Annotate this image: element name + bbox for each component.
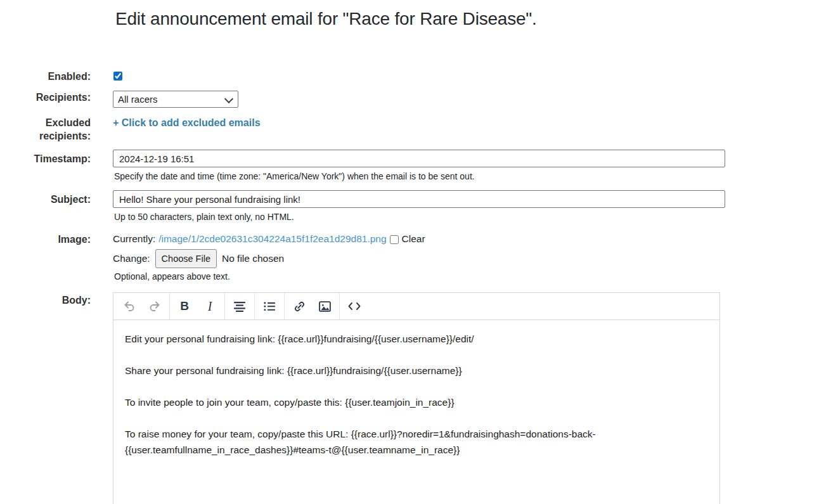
body-paragraph: Edit your personal fundraising link: {{r… bbox=[125, 331, 708, 347]
redo-button[interactable] bbox=[142, 296, 167, 316]
italic-button[interactable]: I bbox=[197, 296, 223, 316]
recipients-row: Recipients: All racers bbox=[0, 91, 826, 108]
body-paragraph: To invite people to join your team, copy… bbox=[125, 394, 708, 410]
image-label: Image: bbox=[0, 232, 91, 246]
enabled-row: Enabled: bbox=[0, 70, 826, 83]
choose-file-button[interactable]: Choose File bbox=[155, 249, 217, 268]
excluded-recipients-row: Excluded recipients: + Click to add excl… bbox=[0, 116, 826, 143]
timestamp-input[interactable] bbox=[113, 150, 725, 167]
image-icon bbox=[318, 300, 332, 313]
bold-button[interactable]: B bbox=[172, 296, 197, 316]
change-label: Change: bbox=[113, 252, 150, 266]
subject-help-text: Up to 50 characters, plain text only, no… bbox=[113, 211, 725, 223]
body-row: Body: bbox=[0, 292, 826, 504]
image-current-line: Currently: /image/1/2cde02631c304224a15f… bbox=[113, 232, 425, 246]
image-help-text: Optional, appears above text. bbox=[113, 271, 425, 282]
clear-image-checkbox[interactable] bbox=[390, 235, 399, 244]
code-view-button[interactable] bbox=[342, 296, 367, 316]
rich-text-editor: B I bbox=[113, 292, 720, 504]
link-icon bbox=[293, 300, 306, 313]
current-image-link[interactable]: /image/1/2cde02631c304224a15f1f2ea1d29d8… bbox=[158, 232, 386, 246]
subject-input[interactable] bbox=[113, 190, 725, 208]
body-label: Body: bbox=[0, 292, 91, 307]
no-file-chosen-text: No file chosen bbox=[222, 252, 284, 266]
add-excluded-emails-link[interactable]: + Click to add excluded emails bbox=[113, 116, 261, 129]
insert-link-button[interactable] bbox=[287, 296, 312, 316]
align-center-icon bbox=[233, 300, 246, 313]
subject-row: Subject: Up to 50 characters, plain text… bbox=[0, 190, 826, 223]
code-icon bbox=[347, 300, 361, 313]
editor-toolbar: B I bbox=[113, 293, 720, 320]
bullet-list-button[interactable] bbox=[257, 296, 282, 316]
recipients-select[interactable]: All racers bbox=[113, 91, 238, 108]
redo-icon bbox=[148, 300, 161, 313]
clear-label: Clear bbox=[402, 232, 425, 246]
undo-icon bbox=[123, 300, 136, 313]
currently-label: Currently: bbox=[113, 232, 155, 246]
bullet-list-icon bbox=[263, 300, 276, 313]
enabled-checkbox[interactable] bbox=[113, 72, 122, 81]
recipients-label: Recipients: bbox=[0, 91, 91, 104]
timestamp-label: Timestamp: bbox=[0, 150, 91, 165]
image-change-line: Change: Choose File No file chosen bbox=[113, 249, 425, 268]
excluded-recipients-label: Excluded recipients: bbox=[0, 116, 91, 143]
body-editor-content[interactable]: Edit your personal fundraising link: {{r… bbox=[113, 331, 720, 458]
image-row: Image: Currently: /image/1/2cde02631c304… bbox=[0, 232, 826, 282]
announcement-email-form: Enabled: Recipients: All racers Excluded… bbox=[0, 70, 826, 504]
italic-icon: I bbox=[208, 299, 212, 314]
align-center-button[interactable] bbox=[227, 296, 252, 316]
page-title: Edit announcement email for "Race for Ra… bbox=[115, 9, 826, 29]
timestamp-row: Timestamp: Specify the date and time (ti… bbox=[0, 150, 826, 182]
body-paragraph: To raise money for your team, copy/paste… bbox=[125, 426, 708, 458]
insert-image-button[interactable] bbox=[312, 296, 337, 316]
undo-button[interactable] bbox=[117, 296, 142, 316]
bold-icon: B bbox=[180, 299, 189, 313]
enabled-label: Enabled: bbox=[0, 70, 91, 83]
subject-label: Subject: bbox=[0, 190, 91, 206]
timestamp-help-text: Specify the date and time (time zone: "A… bbox=[113, 171, 725, 182]
body-paragraph: Share your personal fundraising link: {{… bbox=[125, 363, 708, 378]
